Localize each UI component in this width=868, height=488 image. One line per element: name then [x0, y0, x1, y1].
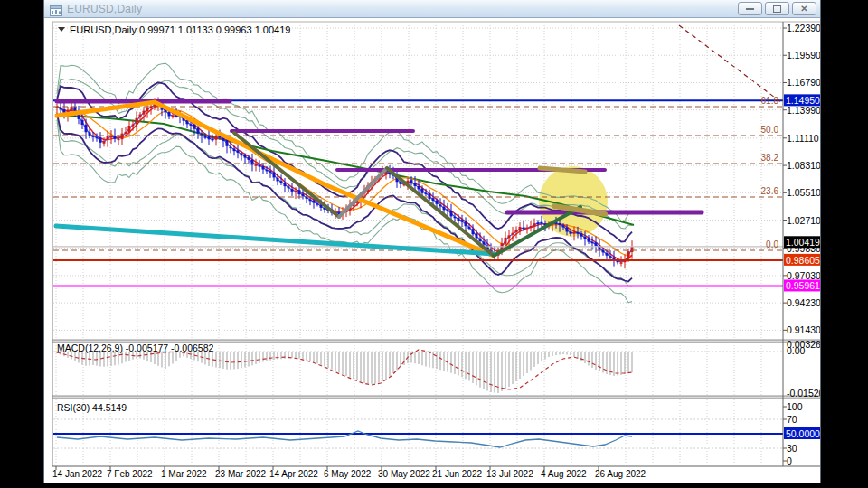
candle-body [233, 148, 236, 151]
rsi-50-badge-label: 50.0000 [786, 428, 820, 439]
macd-axis-label: 0.00 [787, 345, 806, 356]
candle-body [602, 250, 605, 253]
date-label: 4 Aug 2022 [541, 469, 587, 479]
candle-body [468, 227, 471, 229]
candle-body [421, 188, 424, 192]
candle-body [172, 116, 175, 117]
candle-body [212, 139, 214, 141]
date-label: 30 May 2022 [378, 469, 430, 479]
candle-body [237, 150, 240, 153]
price-tick-label: 1.08310 [787, 160, 820, 171]
candle-body [512, 233, 514, 235]
candle-body [262, 166, 265, 169]
title-bar[interactable]: EURUSD,Daily ✕ [44, 0, 820, 18]
fib-level-label: 0.0 [766, 239, 778, 249]
candle-body [439, 204, 442, 206]
candle-body [230, 147, 232, 149]
price-badge-label: 0.95961 [786, 280, 820, 291]
candle-body [208, 136, 211, 139]
candle-body [132, 125, 135, 127]
candle-body [418, 186, 420, 189]
date-label: 21 Jun 2022 [432, 469, 482, 479]
price-tick-label: 1.11110 [787, 133, 819, 144]
close-button[interactable]: ✕ [792, 2, 816, 15]
candle-body [168, 112, 171, 117]
candle-body [215, 136, 218, 140]
minimize-button[interactable] [738, 2, 762, 15]
date-label: 26 Aug 2022 [595, 469, 646, 479]
screen: EURUSD,Daily ✕ 61.850.038.223.60.0 [0, 0, 868, 488]
candle-body [573, 231, 576, 233]
candle-body [537, 222, 540, 224]
candle-body [150, 106, 153, 108]
candle-body [515, 230, 518, 232]
close-icon: ✕ [800, 5, 807, 14]
candle-body [533, 223, 536, 226]
candle-body [447, 210, 449, 211]
chart-canvas[interactable]: 61.850.038.223.60.0 1.223901.195901.1679… [44, 18, 820, 483]
candle-body [89, 132, 91, 136]
price-tick-label: 0.94230 [787, 297, 820, 308]
candle-body [414, 183, 417, 186]
price-tick-label: 1.05510 [787, 187, 820, 198]
candle-body [273, 173, 276, 178]
candle-body [436, 201, 439, 204]
candle-body [99, 137, 102, 143]
macd-indicator-label: MACD(12,26,9) -0.005177 -0.006582 [57, 343, 214, 353]
candle-body [472, 229, 475, 234]
price-badge-label: 0.98605 [786, 255, 820, 266]
date-label: 7 Feb 2022 [107, 469, 153, 479]
price-tick-label: 0.91430 [787, 324, 820, 335]
candle-body [121, 134, 124, 139]
candle-body [316, 203, 319, 205]
candle-body [146, 108, 149, 112]
candle-body [255, 164, 258, 166]
candle-body [60, 108, 62, 110]
candle-body [588, 238, 590, 241]
candle-body [617, 261, 619, 263]
candle-body [107, 136, 109, 140]
price-tick-label: 1.02710 [787, 215, 820, 226]
rsi-tick-label: 100 [787, 401, 803, 412]
price-badge-label: 1.00419 [786, 237, 820, 248]
price-tick-label: 1.22390 [787, 23, 820, 33]
candle-body [450, 211, 453, 216]
candle-body [483, 241, 486, 244]
candle-body [302, 194, 305, 197]
candle-body [505, 238, 507, 244]
candle-body [291, 189, 294, 192]
candle-body [298, 190, 301, 194]
candle-body [248, 157, 250, 160]
candle-body [136, 118, 138, 125]
candle-body [591, 242, 594, 244]
window-title: EURUSD,Daily [67, 3, 142, 15]
candle-body [570, 231, 572, 233]
window-controls: ✕ [738, 2, 816, 15]
candle-body [197, 128, 200, 134]
candle-body [479, 239, 482, 241]
candle-body [288, 186, 290, 188]
candle-body [125, 132, 127, 134]
rsi-indicator-label: RSI(30) 44.5149 [57, 402, 127, 413]
restore-button[interactable] [765, 2, 789, 15]
candle-body [530, 226, 533, 228]
candle-body [313, 201, 316, 203]
price-tick-label: 0.97030 [787, 270, 820, 281]
chart-window: EURUSD,Daily ✕ 61.850.038.223.60.0 [43, 0, 821, 483]
candle-body [627, 251, 630, 258]
candle-body [226, 140, 229, 146]
candle-body [580, 233, 583, 236]
candle-body [204, 136, 207, 138]
candle-body [244, 155, 247, 158]
rsi-tick-label: 30 [787, 443, 797, 454]
date-label: 23 Mar 2022 [215, 469, 267, 479]
price-tick-label: 1.19590 [787, 50, 820, 61]
candle-body [410, 180, 413, 183]
candle-body [251, 160, 254, 165]
price-tick-label: 1.13990 [787, 105, 820, 116]
candle-body [577, 232, 580, 234]
candle-body [432, 198, 435, 201]
price-tick-label: 1.16790 [787, 77, 820, 88]
fib-level-label: 23.6 [761, 186, 779, 196]
candle-body [584, 237, 587, 239]
